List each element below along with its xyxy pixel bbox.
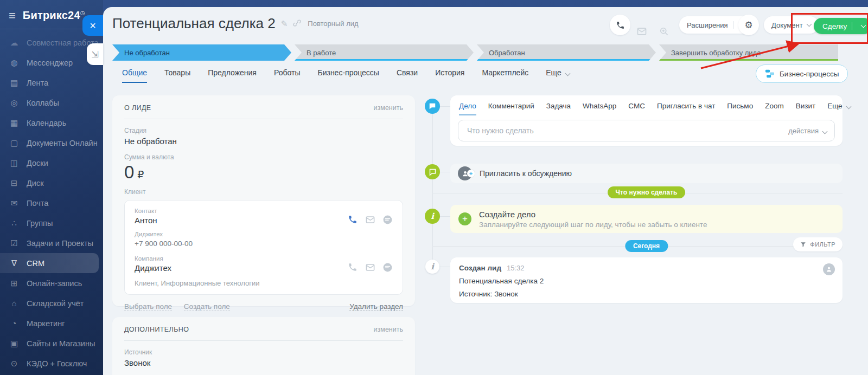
sidebar-item-icon: ∴ <box>9 218 20 228</box>
filter-label: ФИЛЬТР <box>810 241 835 248</box>
timeline-tab[interactable]: СМС <box>628 102 645 115</box>
timeline-tab[interactable]: Комментарий <box>488 102 534 115</box>
sidebar-item-label: Онлайн-запись <box>27 279 82 288</box>
delete-section-link[interactable]: Удалить раздел <box>349 302 403 311</box>
sidebar-item-label: Почта <box>27 199 48 208</box>
edit-title-icon[interactable]: ✎ <box>281 19 288 29</box>
timeline-tab-label: WhatsApp <box>583 102 616 110</box>
timeline-tab[interactable]: Еще <box>827 102 850 115</box>
actions-dropdown[interactable]: действия <box>788 127 827 135</box>
sidebar-item[interactable]: ▣ Сайты и Магазины <box>0 333 103 353</box>
timeline-tab[interactable]: Zoom <box>765 102 784 115</box>
currency-sign: ₽ <box>137 169 144 180</box>
sidebar-item[interactable]: ⌂ Складской учёт <box>0 293 103 313</box>
stage-segment[interactable]: В работе <box>295 44 474 61</box>
select-field-link[interactable]: Выбрать поле <box>124 302 172 311</box>
timeline-column: Дело Комментарий Задача WhatsApp СМС При… <box>450 7 843 375</box>
todo-badge[interactable]: Что нужно сделать <box>608 186 686 198</box>
sidebar-item[interactable]: ∴ Группы <box>0 213 103 233</box>
amount-field-label: Сумма и валюта <box>124 153 403 161</box>
sidebar-item[interactable]: ▤ Лента <box>0 73 103 93</box>
company-mail-icon[interactable] <box>365 262 375 273</box>
entry-line2: Источник: Звонок <box>459 290 834 298</box>
detail-tab[interactable]: Связи <box>397 68 418 83</box>
sidebar-item[interactable]: ◎ Коллабы <box>0 93 103 113</box>
sidebar-item[interactable]: ▦ Календарь <box>0 113 103 133</box>
plus-badge-icon: + <box>467 170 475 177</box>
detail-tab[interactable]: Роботы <box>274 68 300 83</box>
sidebar-item[interactable]: ◫ Доски <box>0 153 103 173</box>
detail-tab[interactable]: Товары <box>164 68 190 83</box>
sidebar-item-label: Маркетинг <box>27 319 65 328</box>
timeline-entry-card[interactable]: Создан лид 15:32 Потенциальная сделка 2 … <box>450 257 843 303</box>
company-name[interactable]: Диджитех <box>135 263 171 273</box>
sidebar-item-label: Диск <box>27 179 44 188</box>
sidebar-item[interactable]: ⊟ Диск <box>0 173 103 193</box>
timeline-tab[interactable]: Пригласить в чат <box>657 102 715 115</box>
edit-additional-link[interactable]: изменить <box>374 326 403 333</box>
timeline-tab[interactable]: Визит <box>796 102 815 115</box>
create-activity-hint-card: + Создайте дело Запланируйте следующий ш… <box>450 205 843 233</box>
sidebar-item-label: Мессенджер <box>27 59 73 67</box>
sidebar-item[interactable]: ◔ Маркетинг <box>0 313 103 333</box>
minimize-slider-button[interactable]: ⇲ <box>87 43 103 65</box>
hint-title[interactable]: Создайте дело <box>479 210 707 219</box>
timeline-tab[interactable]: WhatsApp <box>583 102 616 115</box>
page-header: Потенциальная сделка 2 ✎ Повторный лид <box>112 15 359 32</box>
sidebar-item[interactable]: ☑ Задачи и Проекты <box>0 233 103 253</box>
contact-call-icon[interactable] <box>348 215 358 225</box>
sidebar-item-icon: ⌂ <box>9 299 20 308</box>
contact-name[interactable]: Антон <box>135 216 157 225</box>
company-call-icon[interactable] <box>348 262 358 273</box>
company-chat-icon[interactable] <box>382 262 393 273</box>
sidebar-item[interactable]: ⊞ Онлайн-запись <box>0 273 103 293</box>
today-badge[interactable]: Сегодня <box>625 240 668 252</box>
bitrix24-logo[interactable]: Битрикс24◷ <box>23 9 85 22</box>
stage-segment[interactable]: Не обработан <box>112 44 291 61</box>
tab-label: Бизнес-процессы <box>317 68 379 77</box>
client-field-label: Клиент <box>124 188 403 196</box>
sidebar-item-icon: ▣ <box>9 339 20 348</box>
timeline-tab[interactable]: Дело <box>459 102 476 115</box>
timeline-tab[interactable]: Задача <box>546 102 571 115</box>
comment-bubble-icon <box>425 164 440 179</box>
hint-text: Запланируйте следующий шаг по лиду, чтоб… <box>479 221 707 229</box>
source-field-value[interactable]: Звонок <box>124 358 403 367</box>
stage-field-value[interactable]: Не обработан <box>124 137 403 146</box>
todo-badge-row: Что нужно сделать <box>450 186 843 199</box>
todo-input[interactable] <box>466 126 788 135</box>
invite-discussion-row[interactable]: + Пригласить к обсуждению <box>450 164 843 183</box>
timeline-tab-label: Визит <box>796 102 815 110</box>
sidebar-item[interactable]: ⊙ КЭДО + Госключ <box>0 353 103 373</box>
about-lead-card: О ЛИДЕ изменить Стадия Не обработан Сумм… <box>112 95 415 306</box>
timeline-tab-label: Письмо <box>727 102 753 110</box>
amount-field-value[interactable]: 0₽ <box>124 162 403 183</box>
annotation-highlight-box <box>791 13 868 44</box>
hamburger-menu-icon[interactable]: ≡ <box>9 10 16 22</box>
sidebar-item-label: Задачи и Проекты <box>27 239 93 248</box>
entry-time: 15:32 <box>507 264 525 272</box>
close-slider-button[interactable]: × <box>82 15 103 36</box>
log-info-icon: i <box>425 260 439 274</box>
company-info: Клиент, Информационные технологии <box>135 279 393 287</box>
about-section-title: О ЛИДЕ <box>124 104 151 112</box>
detail-tab[interactable]: Общие <box>122 68 147 83</box>
detail-tab[interactable]: Бизнес-процессы <box>317 68 379 83</box>
edit-about-link[interactable]: изменить <box>374 104 403 112</box>
tab-label: Общие <box>122 68 147 77</box>
timeline-filter-button[interactable]: ФИЛЬТР <box>793 237 843 251</box>
contact-chat-icon[interactable] <box>382 215 393 225</box>
create-field-link[interactable]: Создать поле <box>184 302 230 311</box>
add-activity-icon[interactable]: + <box>458 212 471 225</box>
contact-mail-icon[interactable] <box>365 215 375 225</box>
contact-phone[interactable]: +7 900 000-00-00 <box>135 240 393 248</box>
sidebar-item[interactable]: ∇ CRM <box>0 253 99 273</box>
stage-label: В работе <box>307 49 336 57</box>
lead-type-badge: Повторный лид <box>308 20 358 28</box>
copy-link-icon[interactable] <box>293 19 301 29</box>
sidebar-item[interactable]: ▢ Документы Онлайн <box>0 133 103 153</box>
timeline-tab[interactable]: Письмо <box>727 102 753 115</box>
sidebar-item[interactable]: ✉ Почта <box>0 193 103 213</box>
sidebar-item-icon: ◔ <box>9 319 20 328</box>
detail-tab[interactable]: Предложения <box>208 68 257 83</box>
